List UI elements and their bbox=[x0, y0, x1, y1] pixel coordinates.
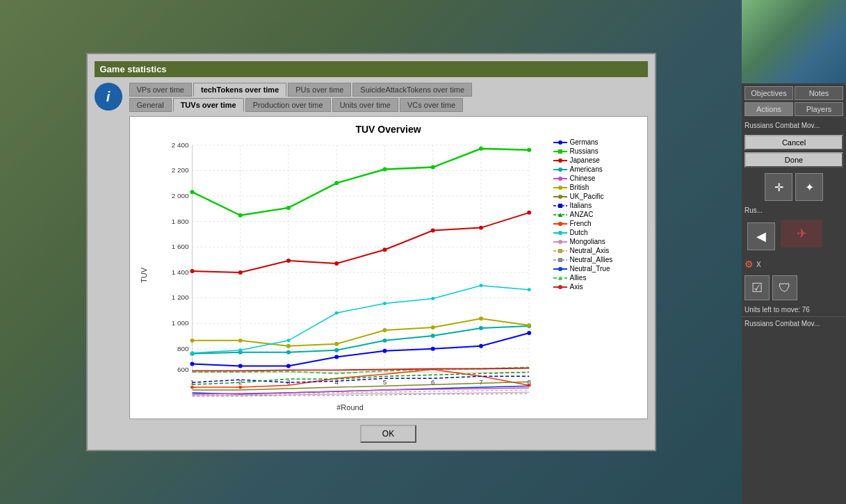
map-area: Game statistics i VPs over time techToke… bbox=[0, 0, 742, 504]
players-button[interactable]: Players bbox=[795, 102, 843, 116]
legend-item-italians: Italians bbox=[553, 202, 640, 209]
svg-rect-102 bbox=[558, 204, 562, 208]
dialog-title: Game statistics bbox=[100, 64, 167, 74]
tab-production[interactable]: Production over time bbox=[245, 98, 331, 112]
svg-text:600: 600 bbox=[177, 366, 189, 373]
svg-point-67 bbox=[527, 331, 531, 335]
sun-icon-button[interactable]: ✦ bbox=[795, 173, 823, 201]
actions-button[interactable]: Actions bbox=[745, 102, 793, 116]
shield-icon: 🛡 bbox=[779, 281, 791, 295]
svg-point-41 bbox=[430, 165, 434, 170]
svg-point-69 bbox=[238, 339, 242, 343]
chart-title: TUV Overview bbox=[137, 124, 640, 135]
resource-icon: ⚙ bbox=[745, 259, 754, 270]
svg-point-39 bbox=[334, 181, 339, 185]
units-left-text: Units left to move: 76 bbox=[745, 306, 810, 314]
tab-pus-over-time[interactable]: PUs over time bbox=[288, 83, 351, 97]
done-button[interactable]: Done bbox=[745, 152, 843, 168]
svg-point-62 bbox=[286, 364, 290, 368]
icon-buttons-area: ✛ ✦ bbox=[742, 170, 846, 204]
svg-point-45 bbox=[238, 270, 242, 275]
svg-point-43 bbox=[527, 148, 531, 152]
legend-item-neutral-true: Neutral_True bbox=[553, 265, 640, 273]
tab-units-over-time[interactable]: Units over time bbox=[332, 98, 398, 112]
svg-point-82 bbox=[479, 284, 482, 287]
svg-point-96 bbox=[558, 177, 562, 181]
resource-row: ⚙ X bbox=[742, 256, 846, 273]
chart-legend: Germans Russians Japanese bbox=[550, 138, 640, 412]
svg-point-58 bbox=[478, 326, 482, 330]
back-button[interactable]: ◀ bbox=[747, 222, 775, 250]
svg-point-51 bbox=[527, 211, 531, 215]
combat-info: Russians Combat Mov... bbox=[742, 119, 846, 132]
dialog-info: i VPs over time techTokens over time PUs… bbox=[95, 83, 648, 443]
rus-label: Rus... bbox=[742, 204, 846, 217]
notes-button[interactable]: Notes bbox=[795, 86, 843, 100]
svg-text:2 000: 2 000 bbox=[171, 192, 188, 200]
game-statistics-dialog: Game statistics i VPs over time techToke… bbox=[86, 53, 656, 451]
tabs-row1: VPs over time techTokens over time PUs o… bbox=[129, 83, 648, 97]
legend-item-neutral-axis: Neutral_Axis bbox=[553, 247, 640, 254]
svg-point-40 bbox=[382, 168, 387, 172]
svg-rect-112 bbox=[558, 249, 562, 253]
svg-point-42 bbox=[478, 147, 482, 151]
legend-item-anzac: ANZAC bbox=[553, 211, 640, 218]
legend-item-chinese: Chinese bbox=[553, 174, 640, 182]
resource-x-label: X bbox=[756, 261, 761, 268]
panel-nav: Objectives Notes Actions Players bbox=[742, 83, 846, 119]
svg-point-110 bbox=[558, 240, 562, 244]
svg-point-85 bbox=[238, 386, 242, 389]
svg-point-73 bbox=[430, 325, 434, 330]
svg-point-108 bbox=[558, 231, 562, 235]
svg-point-46 bbox=[286, 259, 290, 263]
svg-point-68 bbox=[190, 339, 194, 343]
svg-text:2 200: 2 200 bbox=[171, 166, 188, 174]
legend-item-british: British bbox=[553, 184, 640, 191]
objectives-notes-row: Objectives Notes bbox=[745, 86, 843, 100]
svg-point-48 bbox=[382, 247, 387, 252]
svg-point-50 bbox=[478, 226, 482, 230]
dialog-overlay: Game statistics i VPs over time techToke… bbox=[0, 0, 742, 504]
legend-item-allies: Allies bbox=[553, 274, 640, 282]
svg-point-71 bbox=[334, 342, 339, 346]
legend-item-mongolians: Mongolians bbox=[553, 238, 640, 245]
svg-point-94 bbox=[558, 168, 562, 172]
app-container: Game statistics i VPs over time techToke… bbox=[0, 0, 846, 504]
svg-point-36 bbox=[190, 190, 194, 194]
tab-vcs-over-time[interactable]: VCs over time bbox=[400, 98, 463, 112]
dialog-titlebar: Game statistics bbox=[95, 61, 648, 77]
crosshair-icon-button[interactable]: ✛ bbox=[765, 173, 792, 201]
svg-point-81 bbox=[431, 297, 434, 300]
svg-point-75 bbox=[527, 323, 531, 327]
svg-point-88 bbox=[558, 140, 562, 145]
checkbox-icon-button[interactable]: ☑ bbox=[745, 275, 770, 300]
tab-general[interactable]: General bbox=[129, 98, 172, 112]
tabs-row2: General TUVs over time Production over t… bbox=[129, 98, 648, 112]
cancel-button[interactable]: Cancel bbox=[745, 135, 843, 150]
tab-tuvs-over-time[interactable]: TUVs over time bbox=[173, 98, 244, 112]
svg-point-47 bbox=[334, 261, 339, 266]
units-left: Units left to move: 76 bbox=[742, 303, 846, 316]
svg-rect-90 bbox=[558, 149, 562, 154]
tabs-container: VPs over time techTokens over time PUs o… bbox=[129, 83, 648, 443]
svg-text:1 000: 1 000 bbox=[171, 319, 188, 327]
svg-point-98 bbox=[558, 186, 562, 190]
x-axis-label: #Round bbox=[158, 403, 543, 412]
objectives-button[interactable]: Objectives bbox=[745, 86, 793, 100]
svg-point-77 bbox=[238, 348, 242, 352]
shield-icon-button[interactable]: 🛡 bbox=[772, 275, 797, 300]
tab-tech-tokens[interactable]: techTokens over time bbox=[193, 83, 286, 97]
chart-inner: TUV bbox=[137, 138, 640, 412]
ok-button[interactable]: OK bbox=[360, 425, 416, 443]
bottom-combat-text: Russians Combat Mov... bbox=[745, 320, 820, 327]
svg-point-76 bbox=[190, 351, 193, 355]
combat-info-text: Russians Combat Mov... bbox=[745, 122, 820, 129]
svg-point-100 bbox=[558, 195, 562, 199]
tab-suicide-attack[interactable]: SuicideAttackTokens over time bbox=[352, 83, 472, 97]
tab-vps-over-time[interactable]: VPs over time bbox=[129, 83, 192, 97]
svg-text:2 400: 2 400 bbox=[171, 141, 188, 149]
info-icon: i bbox=[95, 83, 122, 111]
svg-point-57 bbox=[430, 334, 434, 338]
svg-point-61 bbox=[238, 364, 242, 368]
svg-point-63 bbox=[334, 355, 339, 359]
